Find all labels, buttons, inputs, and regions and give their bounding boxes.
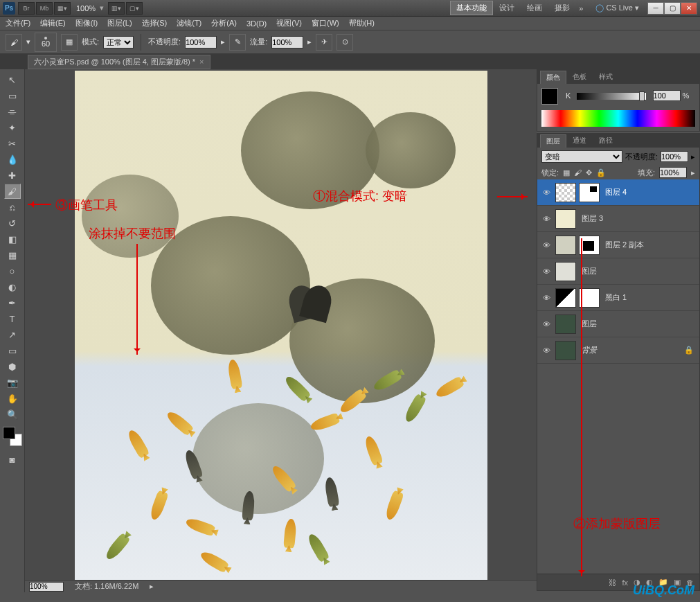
workspace-paint[interactable]: 绘画 [521,1,548,15]
layer-row[interactable]: 👁 图层 4 [537,179,699,206]
menu-edit[interactable]: 编辑(E) [40,18,66,28]
layer-row[interactable]: 👁 背景 🔒 [537,337,699,364]
menu-help[interactable]: 帮助(H) [349,18,375,28]
airbrush-icon[interactable]: ✈ [316,34,332,51]
menu-view[interactable]: 视图(V) [276,18,302,28]
menu-select[interactable]: 选择(S) [142,18,168,28]
3d-tool[interactable]: ⬢ [4,359,21,374]
window-maximize-button[interactable]: ▢ [664,2,681,15]
menu-window[interactable]: 窗口(W) [312,18,339,28]
fill-input[interactable] [659,167,687,178]
menu-filter[interactable]: 滤镜(T) [177,18,201,28]
status-flyout-icon[interactable]: ▸ [150,582,154,591]
eyedropper-tool[interactable]: 💧 [4,152,21,167]
layer-thumbnail[interactable] [555,341,576,360]
layer-row[interactable]: 👁 图层 [537,311,699,337]
layer-name[interactable]: 图层 4 [605,187,627,197]
layer-fx-icon[interactable]: fx [622,578,628,587]
k-input[interactable] [653,90,681,101]
visibility-icon[interactable]: 👁 [540,213,553,225]
link-layers-icon[interactable]: ⛓ [609,578,616,587]
window-minimize-button[interactable]: ─ [647,2,664,15]
tab-styles[interactable]: 样式 [593,70,619,84]
screen-mode-button[interactable]: ▢▾ [126,2,143,15]
tab-paths[interactable]: 路径 [593,134,619,148]
view-extras-button[interactable]: ▦▾ [54,2,71,15]
chevron-down-icon[interactable]: ▾ [26,37,30,46]
visibility-icon[interactable]: 👁 [540,239,553,251]
visibility-icon[interactable]: 👁 [540,265,553,278]
layer-name[interactable]: 图层 [582,319,597,329]
menu-layer[interactable]: 图层(L) [107,18,132,28]
foreground-color-swatch[interactable] [3,427,15,439]
canvas-viewport[interactable] [25,69,537,580]
layer-row[interactable]: 👁 图层 2 副本 [537,232,699,258]
bridge-button[interactable]: Br [18,2,35,15]
brush-panel-toggle[interactable]: ▦ [61,34,78,51]
visibility-icon[interactable]: 👁 [540,318,553,330]
lock-pixels-icon[interactable]: 🖌 [574,168,582,177]
layer-thumbnail[interactable] [555,183,576,202]
layer-name[interactable]: 图层 2 副本 [605,240,644,250]
layer-row[interactable]: 👁 图层 3 [537,206,699,232]
opacity-input[interactable] [185,36,217,48]
menu-image[interactable]: 图像(I) [75,18,98,28]
opacity-flyout-icon[interactable]: ▸ [221,37,225,46]
layer-name[interactable]: 图层 [582,266,597,276]
eraser-tool[interactable]: ◧ [4,231,21,247]
quick-select-tool[interactable]: ✦ [4,120,21,135]
status-docinfo[interactable]: 文档: 1.16M/6.22M [75,581,138,592]
lock-all-icon[interactable]: 🔒 [596,168,606,177]
type-tool[interactable]: T [4,311,21,326]
flyout-icon[interactable]: ▸ [691,168,695,177]
flow-flyout-icon[interactable]: ▸ [307,37,312,46]
layer-mask-thumbnail[interactable] [579,183,600,202]
visibility-icon[interactable]: 👁 [540,292,553,304]
layer-thumbnail[interactable] [555,209,576,229]
history-brush-tool[interactable]: ↺ [4,215,21,231]
tab-channels[interactable]: 通道 [566,134,593,148]
chevron-down-icon[interactable]: ▾ [100,3,104,12]
layer-name[interactable]: 背景 [582,345,597,355]
spectrum-picker[interactable] [541,110,695,127]
status-zoom-input[interactable] [29,582,64,592]
close-tab-icon[interactable]: × [199,57,204,66]
current-tool-icon[interactable]: 🖌 [6,34,22,51]
minibridge-button[interactable]: Mb [36,2,53,15]
pressure-opacity-icon[interactable]: ✎ [229,34,246,51]
adjustment-thumbnail[interactable] [555,288,576,308]
hand-tool[interactable]: ✋ [4,391,21,406]
crop-tool[interactable]: ✂ [4,136,21,151]
workspace-photo[interactable]: 摄影 [548,1,576,15]
pen-tool[interactable]: ✒ [4,295,21,310]
workspace-more-icon[interactable]: » [579,4,583,12]
layer-opacity-input[interactable] [661,151,688,162]
layer-thumbnail[interactable] [555,262,576,281]
stamp-tool[interactable]: ⎌ [4,200,21,215]
lock-position-icon[interactable]: ✥ [586,168,592,177]
fg-swatch[interactable] [541,88,558,105]
visibility-icon[interactable]: 👁 [540,344,553,357]
quickmask-toggle[interactable]: ◙ [4,452,21,467]
zoom-display[interactable]: 100% [76,4,96,12]
layer-thumbnail[interactable] [555,236,576,255]
3d-camera-tool[interactable]: 📷 [4,375,21,390]
flow-input[interactable] [271,36,303,48]
layer-blend-mode-select[interactable]: 变暗 [541,150,622,163]
visibility-icon[interactable]: 👁 [540,186,553,199]
layer-name[interactable]: 黑白 1 [605,292,627,303]
zoom-tool[interactable]: 🔍 [4,407,21,422]
path-select-tool[interactable]: ↗ [4,327,21,342]
layer-thumbnail[interactable] [555,315,576,334]
window-close-button[interactable]: ✕ [681,2,697,15]
tab-layers[interactable]: 图层 [540,134,566,148]
flyout-icon[interactable]: ▸ [691,152,695,161]
tab-color[interactable]: 颜色 [540,71,566,84]
brush-tool[interactable]: 🖌 [4,184,21,199]
brush-preset-picker[interactable]: 60 [35,33,57,52]
dodge-tool[interactable]: ◐ [4,279,21,294]
layer-name[interactable]: 图层 3 [582,213,603,224]
document-tab[interactable]: 六小灵童PS.psd @ 100% (图层 4, 图层蒙版/8) * × [28,55,210,69]
pressure-size-icon[interactable]: ⊙ [336,34,353,51]
menu-file[interactable]: 文件(F) [6,18,30,28]
